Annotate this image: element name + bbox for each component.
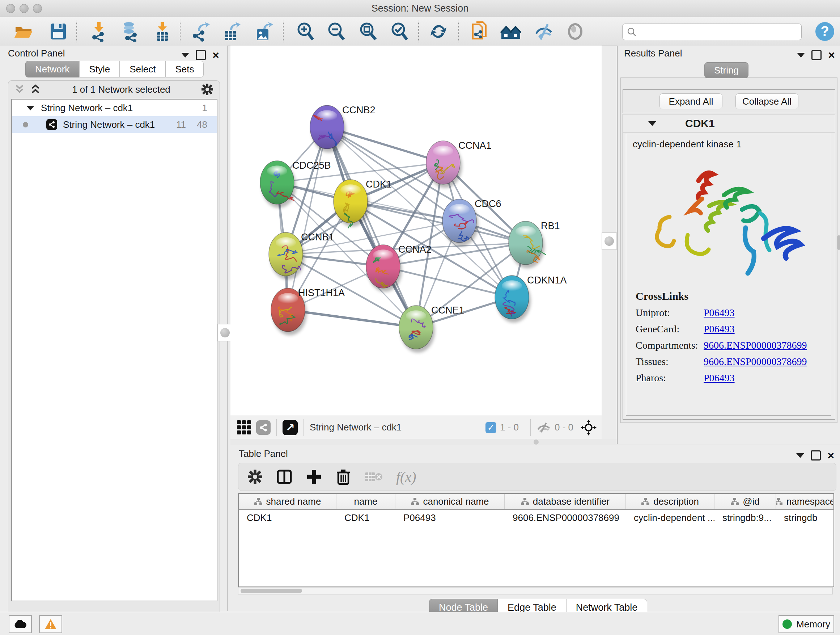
crosslink-link[interactable]: P06493 (704, 372, 735, 384)
open-session-button[interactable] (11, 20, 36, 43)
node-label: CDK1 (366, 179, 392, 190)
zoom-out-button[interactable] (324, 20, 349, 43)
search-input[interactable] (636, 25, 801, 39)
close-panel-icon[interactable]: × (827, 451, 834, 459)
show-all-button[interactable] (562, 20, 588, 43)
import-network-file-button[interactable] (87, 20, 112, 43)
network-node-HIST1H1A[interactable]: HIST1H1A (271, 287, 345, 335)
refresh-button[interactable] (426, 20, 451, 43)
crosslink-link[interactable]: P06493 (704, 307, 735, 318)
column-header-shared-name[interactable]: shared name (239, 494, 336, 509)
export-image-button[interactable] (251, 20, 277, 43)
zoom-selected-icon (390, 21, 410, 42)
crosshair-icon[interactable] (581, 420, 597, 435)
export-table-button[interactable] (219, 20, 244, 43)
network-canvas[interactable]: CCNB2CCNA1CDC25BCDK1CDC6RB1CCNB1CCNA2CDK… (231, 46, 602, 416)
network-collection-row[interactable]: String Network – cdk1 1 (12, 100, 217, 116)
warnings-button[interactable] (39, 615, 62, 633)
column-header--id[interactable]: @id (714, 494, 776, 509)
share-document-button[interactable] (467, 20, 493, 43)
table-cell[interactable]: CDK1 (239, 512, 336, 524)
tab-sets[interactable]: Sets (165, 61, 204, 78)
tab-string[interactable]: String (704, 62, 748, 78)
export-network-button[interactable] (188, 20, 213, 43)
search-field[interactable] (622, 24, 802, 40)
tab-select[interactable]: Select (120, 61, 165, 78)
float-panel-icon[interactable] (812, 50, 821, 60)
crosslink-link[interactable]: P06493 (704, 323, 735, 335)
save-session-button[interactable] (45, 20, 71, 43)
zoom-in-button[interactable] (293, 20, 318, 43)
table-cell[interactable]: stringdb (776, 512, 834, 524)
table-cell[interactable]: cyclin-dependent ... (626, 512, 714, 524)
right-splitter-handle[interactable] (602, 233, 617, 250)
table-cell[interactable]: CDK1 (336, 512, 395, 524)
string-home-button[interactable] (498, 20, 523, 43)
column-header-database-identifier[interactable]: database identifier (505, 494, 626, 509)
network-node-CCNE1[interactable]: CCNE1 (399, 305, 464, 353)
collection-expand-icon[interactable] (27, 106, 34, 111)
memory-button[interactable]: Memory (778, 615, 834, 633)
table-cell[interactable]: P06493 (395, 512, 505, 524)
network-selection-status: 1 of 1 Network selected (42, 84, 201, 95)
crosslink-link[interactable]: 9606.ENSP00000378699 (704, 340, 807, 351)
selected-checkbox-icon[interactable]: ✓ (485, 422, 496, 433)
protein-card-header[interactable]: CDK1 (623, 114, 835, 133)
results-scrollbar[interactable] (837, 235, 840, 250)
network-row[interactable]: String Network – cdk1 11 48 (12, 116, 217, 133)
panel-menu-icon[interactable] (797, 53, 805, 57)
help-button[interactable]: ? (812, 20, 837, 43)
add-icon[interactable] (306, 469, 322, 485)
tab-network[interactable]: Network (25, 61, 79, 78)
detach-view-icon[interactable]: ↗ (283, 420, 298, 435)
zoom-selected-button[interactable] (387, 20, 412, 43)
network-node-CDKN1A[interactable]: CDKN1A (495, 275, 567, 323)
collapse-all-icon[interactable] (13, 84, 26, 95)
network-node-CDC25B[interactable]: CDC25B (260, 160, 331, 208)
import-network-database-button[interactable] (118, 20, 143, 43)
table-horizontal-scrollbar[interactable] (238, 587, 833, 594)
birds-eye-view-icon[interactable] (237, 420, 251, 434)
import-table-button[interactable] (150, 20, 175, 43)
gear-icon[interactable] (201, 83, 214, 96)
cloud-button[interactable] (9, 615, 32, 633)
close-panel-icon[interactable]: × (828, 51, 835, 59)
table-gear-icon[interactable] (247, 469, 263, 485)
network-overview-icon[interactable] (256, 420, 271, 435)
expand-all-button[interactable]: Expand All (660, 93, 722, 109)
float-panel-icon[interactable] (811, 450, 821, 461)
tab-style[interactable]: Style (79, 61, 120, 78)
network-edge[interactable] (288, 310, 416, 327)
table-cell[interactable]: 9606.ENSP00000378699 (505, 512, 626, 524)
table-cell[interactable]: stringdb:9... (714, 512, 776, 524)
show-columns-icon[interactable] (276, 469, 293, 485)
network-node-CCNB2[interactable]: CCNB2 (310, 105, 376, 152)
close-panel-icon[interactable]: × (212, 51, 219, 59)
network-node-CCNA1[interactable]: CCNA1 (426, 140, 492, 188)
network-edge[interactable] (383, 266, 512, 297)
expand-all-icon[interactable] (29, 84, 42, 95)
panel-menu-icon[interactable] (796, 453, 804, 458)
import-network-database-icon (120, 21, 141, 42)
column-header-namespace[interactable]: namespace (776, 494, 834, 509)
network-node-CDC6[interactable]: CDC6 (442, 198, 501, 246)
crosslink-link[interactable]: 9606.ENSP00000378699 (704, 356, 807, 367)
delete-icon[interactable] (335, 468, 351, 486)
collapse-all-button[interactable]: Collapse All (736, 93, 798, 109)
network-edge[interactable] (288, 127, 327, 310)
hide-unhide-button[interactable] (531, 20, 557, 43)
column-header-name[interactable]: name (336, 494, 395, 509)
network-node-CCNA2[interactable]: CCNA2 (366, 244, 431, 292)
zoom-fit-button[interactable] (355, 20, 381, 43)
zoom-fit-icon (358, 21, 378, 42)
column-type-icon (776, 497, 783, 505)
scrollbar-thumb[interactable] (240, 589, 302, 593)
column-header-description[interactable]: description (626, 494, 714, 509)
float-panel-icon[interactable] (196, 50, 206, 60)
table-row[interactable]: CDK1CDK1P064939606.ENSP00000378699cyclin… (239, 510, 834, 526)
panel-menu-icon[interactable] (181, 53, 189, 57)
collapse-card-icon[interactable] (648, 121, 656, 126)
network-node-RB1[interactable]: RB1 (508, 220, 560, 268)
column-header-canonical-name[interactable]: canonical name (395, 494, 505, 509)
network-node-CCNB1[interactable]: CCNB1 (269, 232, 334, 279)
